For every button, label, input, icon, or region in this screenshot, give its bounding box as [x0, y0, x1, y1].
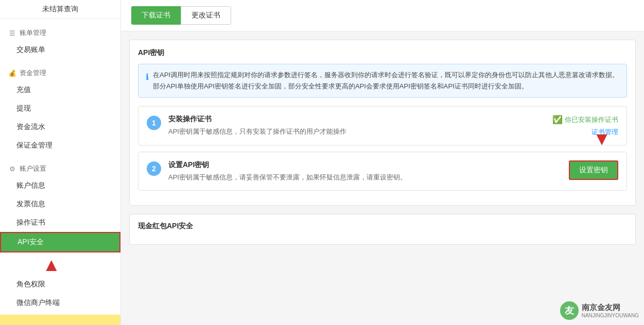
step-2-content: 设置API密钥 API密钥属于敏感信息，请妥善保管不要泄露，如果怀疑信息泄露，请…	[168, 160, 536, 182]
api-key-title: API密钥	[138, 48, 627, 58]
sidebar-item-api-security[interactable]: API安全 ▲	[0, 232, 120, 252]
step-1-item: 1 安装操作证书 API密钥属于敏感信息，只有安装了操作证书的用户才能操作 ✅ …	[138, 106, 627, 146]
watermark-logo: 友	[560, 301, 579, 320]
sidebar-section-funds: 💰 资金管理	[0, 63, 120, 81]
sidebar-section-account: ⚙ 账户设置	[0, 159, 120, 176]
change-cert-button[interactable]: 更改证书	[181, 6, 231, 25]
red-arrow-down-icon: ▼	[593, 130, 611, 148]
step-1-content: 安装操作证书 API密钥属于敏感信息，只有安装了操作证书的用户才能操作	[168, 115, 536, 136]
content-area: API密钥 ℹ 在API调用时用来按照指定规则对你的请求参数进行签名，服务器收到…	[121, 31, 644, 325]
red-arrow-up-icon: ▲	[42, 256, 61, 274]
step-2-item: ▼ 2 设置API密钥 API密钥属于敏感信息，请妥善保管不要泄露，如果怀疑信息…	[138, 152, 627, 191]
sidebar-item-operation-cert[interactable]: 操作证书	[0, 213, 120, 232]
step-1-title: 安装操作证书	[168, 115, 536, 124]
money-icon: 💰	[8, 69, 16, 77]
download-cert-button[interactable]: 下载证书	[131, 6, 181, 25]
sidebar: 未结算查询 ☰ 账单管理 交易账单 💰 资金管理 充值 提现 资金流水 保证金管…	[0, 0, 121, 325]
install-status: ✅ 你已安装操作证书	[552, 115, 618, 124]
sidebar-item-unsettled[interactable]: 未结算查询	[0, 0, 120, 19]
sidebar-item-wechat-terminal[interactable]: 微信商户终端	[0, 294, 120, 312]
step-2-title: 设置API密钥	[168, 160, 536, 170]
bill-icon: ☰	[8, 29, 16, 37]
sidebar-item-fund-flow[interactable]: 资金流水	[0, 118, 120, 136]
sidebar-section-bill: ☰ 账单管理	[0, 23, 120, 41]
step-1-desc: API密钥属于敏感信息，只有安装了操作证书的用户才能操作	[168, 127, 536, 136]
sidebar-item-trade-bill[interactable]: 交易账单	[0, 41, 120, 59]
watermark: 友 南京金友网 NANJINGJINYOUWANG	[560, 301, 639, 320]
sidebar-item-recharge[interactable]: 充值	[0, 81, 120, 99]
watermark-text: 南京金友网 NANJINGJINYOUWANG	[582, 303, 639, 318]
step-2-right: 设置密钥	[536, 160, 618, 180]
settings-icon: ⚙	[8, 165, 16, 173]
cash-section-title: 现金红包API安全	[138, 222, 627, 231]
api-info-box: ℹ 在API调用时用来按照指定规则对你的请求参数进行签名，服务器收到你的请求时会…	[138, 64, 627, 98]
step-2-desc: API密钥属于敏感信息，请妥善保管不要泄露，如果怀疑信息泄露，请重设密钥。	[168, 173, 536, 182]
check-circle-icon: ✅	[552, 115, 563, 124]
top-button-bar: 下载证书 更改证书	[121, 0, 644, 31]
cash-api-section: 现金红包API安全	[129, 214, 636, 245]
sidebar-item-deposit-mgmt[interactable]: 保证金管理	[0, 136, 120, 155]
step-1-number: 1	[147, 116, 161, 130]
step-2-number: 2	[147, 161, 161, 176]
main-content: 下载证书 更改证书 API密钥 ℹ 在API调用时用来按照指定规则对你的请求参数…	[121, 0, 644, 325]
sidebar-item-account-info[interactable]: 账户信息	[0, 176, 120, 195]
set-key-button[interactable]: 设置密钥	[569, 160, 618, 180]
sidebar-item-withdraw[interactable]: 提现	[0, 99, 120, 118]
sidebar-item-role-perms[interactable]: 角色权限	[0, 275, 120, 294]
sidebar-item-invoice-info[interactable]: 发票信息	[0, 195, 120, 213]
api-key-section: API密钥 ℹ 在API调用时用来按照指定规则对你的请求参数进行签名，服务器收到…	[129, 40, 636, 206]
info-icon: ℹ	[146, 70, 149, 84]
